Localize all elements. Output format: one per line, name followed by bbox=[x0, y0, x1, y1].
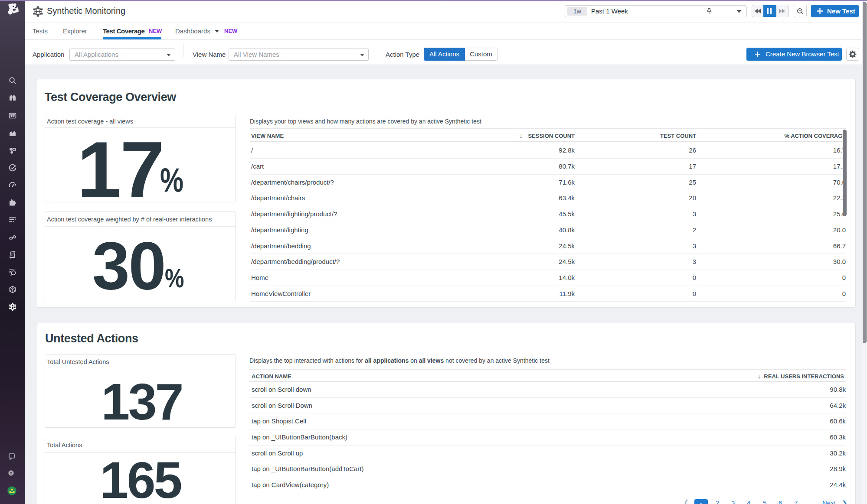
svg-text:?: ? bbox=[10, 471, 13, 475]
